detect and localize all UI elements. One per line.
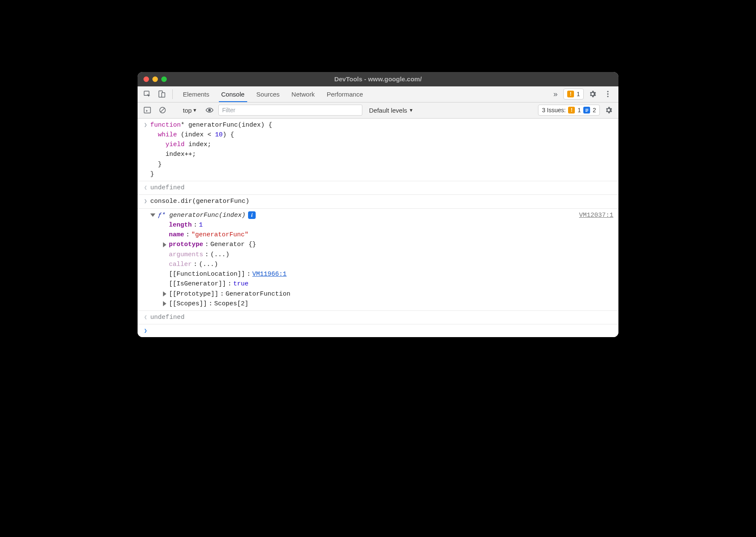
svg-rect-10 — [585, 110, 588, 110]
disclosure-triangle-icon[interactable] — [163, 301, 166, 306]
panel-tabs: ElementsConsoleSourcesNetworkPerformance — [177, 86, 547, 102]
input-chevron-icon — [141, 120, 150, 180]
tab-sources[interactable]: Sources — [251, 86, 286, 102]
svg-point-3 — [607, 91, 608, 92]
console-filter-bar: top ▼ Default levels ▼ 3 Issues: ! 1 — [138, 102, 618, 119]
console-dir-row: ƒ* generatorFunc(index) ilength: 1name: … — [138, 209, 618, 311]
object-property[interactable]: [[Scopes]]: Scopes[2] — [150, 299, 614, 309]
execution-context-selector[interactable]: top ▼ — [179, 107, 201, 114]
property-key: [[Scopes]] — [169, 299, 207, 309]
prompt-chevron-icon — [141, 326, 150, 335]
console-output: function* generatorFunc(index) { while (… — [138, 119, 618, 338]
property-value: Generator {} — [210, 240, 256, 249]
disclosure-triangle-icon[interactable] — [163, 242, 166, 247]
console-prompt-row[interactable] — [138, 324, 618, 337]
clear-console-icon[interactable] — [156, 106, 169, 114]
svg-rect-9 — [585, 109, 588, 109]
property-value: Scopes[2] — [214, 299, 248, 309]
code-text: console.dir(generatorFunc) — [150, 197, 614, 206]
tab-console[interactable]: Console — [215, 86, 251, 102]
object-header[interactable]: ƒ* generatorFunc(index) i — [150, 210, 614, 220]
gutter-spacer — [141, 210, 150, 309]
undefined-text: undefined — [150, 314, 185, 321]
device-toolbar-icon[interactable] — [155, 86, 168, 102]
property-value[interactable]: VM11966:1 — [252, 269, 287, 279]
property-value: true — [233, 279, 248, 289]
warning-icon: ! — [568, 107, 575, 113]
property-key: length — [169, 220, 192, 230]
svg-point-4 — [607, 93, 608, 94]
tab-elements[interactable]: Elements — [177, 86, 215, 102]
settings-gear-icon[interactable] — [586, 90, 599, 98]
devtools-window: DevTools - www.google.com/ ElementsConso… — [138, 72, 618, 338]
property-key: [[Prototype]] — [169, 289, 218, 299]
object-property[interactable]: length: 1 — [150, 220, 614, 230]
output-chevron-icon — [141, 183, 150, 193]
console-warnings-badge[interactable]: ! 1 — [563, 89, 584, 100]
console-output-row: undefined — [138, 311, 618, 324]
console-input-row: console.dir(generatorFunc) — [138, 195, 618, 208]
disclosure-triangle-icon[interactable] — [163, 291, 166, 296]
issues-badge[interactable]: 3 Issues: ! 1 2 — [538, 105, 600, 116]
filter-input[interactable] — [218, 105, 362, 116]
close-window-button[interactable] — [143, 76, 149, 82]
warning-icon: ! — [567, 91, 574, 97]
tab-strip: ElementsConsoleSourcesNetworkPerformance… — [138, 86, 618, 102]
console-settings-gear-icon[interactable] — [602, 106, 615, 114]
property-value: 1 — [199, 220, 203, 230]
tab-network[interactable]: Network — [286, 86, 321, 102]
object-property[interactable]: name: "generatorFunc" — [150, 230, 614, 240]
object-property[interactable]: prototype: Generator {} — [150, 240, 614, 249]
undefined-text: undefined — [150, 184, 185, 191]
property-key: [[FunctionLocation]] — [169, 269, 245, 279]
toolbar-right-group: ! 1 — [563, 86, 615, 102]
property-key: arguments — [169, 250, 203, 260]
window-title: DevTools - www.google.com/ — [138, 75, 618, 83]
property-value: "generatorFunc" — [191, 230, 248, 240]
traffic-lights — [143, 76, 167, 82]
object-property[interactable]: caller: (...) — [150, 260, 614, 269]
source-link[interactable]: VM12037:1 — [579, 210, 613, 220]
levels-label: Default levels — [369, 107, 407, 114]
kebab-menu-icon[interactable] — [601, 90, 614, 98]
svg-point-8 — [208, 109, 210, 111]
property-key: name — [169, 230, 184, 240]
svg-rect-2 — [162, 93, 165, 97]
info-badge-icon[interactable]: i — [248, 211, 256, 219]
issues-warn-count: 1 — [577, 107, 581, 113]
output-chevron-icon — [141, 313, 150, 322]
property-key: caller — [169, 260, 192, 269]
tab-performance[interactable]: Performance — [321, 86, 369, 102]
object-property[interactable]: [[FunctionLocation]]: VM11966:1 — [150, 269, 614, 279]
zoom-window-button[interactable] — [161, 76, 167, 82]
issues-info-count: 2 — [593, 107, 596, 113]
chevron-down-icon: ▼ — [193, 108, 197, 113]
issues-label: 3 Issues: — [542, 107, 566, 113]
inspect-element-icon[interactable] — [141, 86, 154, 102]
console-output-row: undefined — [138, 181, 618, 195]
svg-point-5 — [607, 96, 608, 97]
object-property[interactable]: [[IsGenerator]]: true — [150, 279, 614, 289]
property-value: (...) — [210, 250, 229, 260]
svg-rect-11 — [585, 111, 588, 111]
overflow-tabs-button[interactable]: » — [549, 86, 562, 102]
toggle-console-sidebar-icon[interactable] — [141, 106, 154, 114]
divider — [172, 89, 173, 99]
code-text: function* generatorFunc(index) { while (… — [150, 120, 614, 180]
svg-rect-6 — [144, 107, 151, 113]
console-input-row: function* generatorFunc(index) { while (… — [138, 119, 618, 182]
titlebar: DevTools - www.google.com/ — [138, 72, 618, 86]
input-chevron-icon — [141, 197, 150, 206]
log-levels-selector[interactable]: Default levels ▼ — [365, 107, 418, 114]
property-key: [[IsGenerator]] — [169, 279, 226, 289]
prompt-input[interactable] — [150, 326, 614, 335]
context-label: top — [183, 107, 192, 114]
property-value: (...) — [199, 260, 218, 269]
warning-count: 1 — [577, 91, 580, 97]
object-property[interactable]: arguments: (...) — [150, 250, 614, 260]
live-expression-eye-icon[interactable] — [203, 106, 216, 114]
object-property[interactable]: [[Prototype]]: GeneratorFunction — [150, 289, 614, 299]
chevron-down-icon: ▼ — [409, 108, 414, 113]
disclosure-triangle-icon[interactable] — [150, 213, 155, 217]
minimize-window-button[interactable] — [152, 76, 158, 82]
